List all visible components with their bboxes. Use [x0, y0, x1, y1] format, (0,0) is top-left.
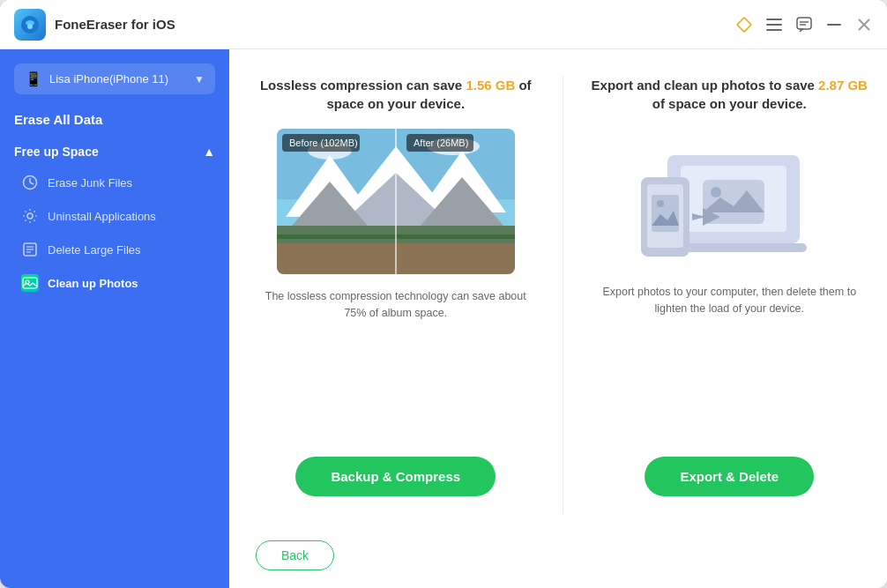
titlebar: FoneEraser for iOS: [0, 0, 887, 49]
svg-rect-4: [766, 19, 782, 20]
svg-marker-3: [737, 18, 751, 32]
minimize-icon[interactable]: [825, 16, 843, 33]
panel-left-title: Lossless compression can save 1.56 GB of…: [256, 76, 536, 113]
sidebar-item-label: Erase Junk Files: [48, 176, 132, 190]
svg-text:Before (102MB): Before (102MB): [289, 138, 358, 148]
chevron-up-icon: ▲: [203, 145, 215, 159]
sidebar-item-label: Clean up Photos: [48, 277, 138, 290]
panel-left-highlight: 1.56 GB: [466, 78, 515, 93]
photo-clean-icon: [21, 274, 39, 292]
svg-point-2: [27, 24, 33, 29]
sidebar: 📱 Lisa iPhone(iPhone 11) ▼ Erase All Dat…: [0, 49, 229, 588]
sidebar-erase-section: Erase All Data: [0, 112, 229, 138]
app-icon: [14, 9, 46, 41]
panel-right-description: Export photos to your computer, then del…: [590, 284, 870, 435]
close-icon[interactable]: [855, 16, 873, 33]
panel-right: Export and clean up photos to save 2.87 …: [563, 76, 870, 514]
phone-icon: 📱: [25, 71, 42, 87]
export-delete-button[interactable]: Export & Delete: [645, 457, 814, 496]
svg-rect-7: [797, 18, 811, 29]
chevron-down-icon: ▼: [194, 73, 205, 86]
clock-icon: [21, 174, 39, 191]
sidebar-item-delete-large[interactable]: Delete Large Files: [0, 233, 229, 266]
sidebar-item-erase-junk[interactable]: Erase Junk Files: [0, 166, 229, 199]
svg-rect-6: [766, 29, 782, 31]
svg-point-16: [27, 213, 33, 219]
menu-icon[interactable]: [765, 16, 783, 33]
svg-point-52: [657, 200, 664, 207]
diamond-icon[interactable]: [735, 16, 753, 33]
svg-point-46: [711, 187, 721, 197]
sidebar-item-cleanup-photos[interactable]: Clean up Photos: [0, 266, 229, 300]
svg-rect-5: [766, 24, 782, 26]
svg-line-15: [30, 182, 34, 184]
backup-compress-button[interactable]: Backup & Compress: [295, 457, 496, 496]
content-footer: Back: [229, 532, 887, 588]
svg-text:After (26MB): After (26MB): [414, 138, 468, 148]
chat-icon[interactable]: [795, 16, 813, 33]
content-area: Lossless compression can save 1.56 GB of…: [229, 49, 887, 588]
panel-right-title: Export and clean up photos to save 2.87 …: [590, 76, 870, 113]
svg-rect-21: [23, 278, 37, 288]
comparison-image: Before (102MB) After (26MB): [277, 129, 515, 274]
content-body: Lossless compression can save 1.56 GB of…: [229, 49, 887, 532]
file-icon: [21, 241, 39, 258]
app-title: FoneEraser for iOS: [55, 17, 735, 32]
gear-icon: [21, 207, 39, 225]
panel-right-highlight: 2.87 GB: [818, 78, 868, 93]
sidebar-item-uninstall[interactable]: Uninstall Applications: [0, 199, 229, 233]
device-selector[interactable]: 📱 Lisa iPhone(iPhone 11) ▼: [14, 63, 215, 94]
panel-left: Lossless compression can save 1.56 GB of…: [256, 76, 563, 514]
device-name: Lisa iPhone(iPhone 11): [49, 72, 187, 86]
main-area: 📱 Lisa iPhone(iPhone 11) ▼ Erase All Dat…: [0, 49, 887, 588]
panel-left-description: The lossless compression technology can …: [256, 288, 536, 435]
sidebar-freeup-section: Free up Space ▲: [0, 138, 229, 166]
sidebar-item-label: Delete Large Files: [48, 243, 141, 257]
app-window: FoneEraser for iOS: [0, 0, 887, 588]
svg-rect-10: [827, 24, 841, 26]
back-button[interactable]: Back: [256, 540, 334, 570]
titlebar-controls: [735, 16, 873, 33]
svg-rect-51: [652, 195, 679, 232]
sidebar-item-label: Uninstall Applications: [48, 210, 156, 223]
export-illustration: [632, 129, 826, 270]
